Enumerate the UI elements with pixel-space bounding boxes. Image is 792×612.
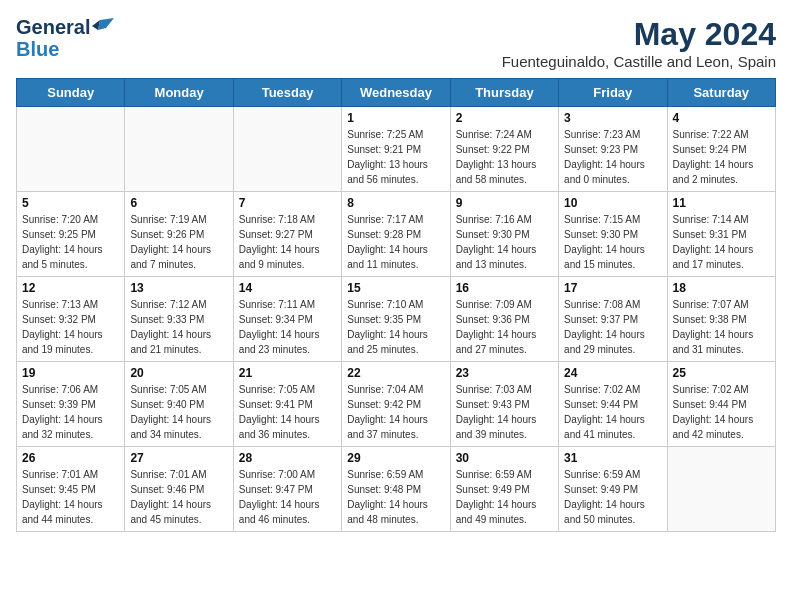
calendar-cell: 20Sunrise: 7:05 AM Sunset: 9:40 PM Dayli… [125,362,233,447]
calendar-cell: 2Sunrise: 7:24 AM Sunset: 9:22 PM Daylig… [450,107,558,192]
calendar-cell [125,107,233,192]
day-number: 1 [347,111,444,125]
day-info: Sunrise: 6:59 AM Sunset: 9:49 PM Dayligh… [456,467,553,527]
day-number: 20 [130,366,227,380]
calendar-cell: 22Sunrise: 7:04 AM Sunset: 9:42 PM Dayli… [342,362,450,447]
day-info: Sunrise: 7:15 AM Sunset: 9:30 PM Dayligh… [564,212,661,272]
day-number: 5 [22,196,119,210]
logo-blue: Blue [16,38,59,60]
weekday-header-row: SundayMondayTuesdayWednesdayThursdayFrid… [17,79,776,107]
calendar-cell: 5Sunrise: 7:20 AM Sunset: 9:25 PM Daylig… [17,192,125,277]
weekday-header-friday: Friday [559,79,667,107]
svg-marker-0 [98,18,114,30]
title-section: May 2024 Fuenteguinaldo, Castille and Le… [502,16,776,70]
calendar-week-3: 12Sunrise: 7:13 AM Sunset: 9:32 PM Dayli… [17,277,776,362]
calendar-cell: 13Sunrise: 7:12 AM Sunset: 9:33 PM Dayli… [125,277,233,362]
day-info: Sunrise: 7:10 AM Sunset: 9:35 PM Dayligh… [347,297,444,357]
calendar-week-4: 19Sunrise: 7:06 AM Sunset: 9:39 PM Dayli… [17,362,776,447]
day-info: Sunrise: 7:02 AM Sunset: 9:44 PM Dayligh… [564,382,661,442]
weekday-header-wednesday: Wednesday [342,79,450,107]
day-number: 14 [239,281,336,295]
day-info: Sunrise: 7:02 AM Sunset: 9:44 PM Dayligh… [673,382,770,442]
day-info: Sunrise: 6:59 AM Sunset: 9:49 PM Dayligh… [564,467,661,527]
calendar-cell: 8Sunrise: 7:17 AM Sunset: 9:28 PM Daylig… [342,192,450,277]
day-number: 15 [347,281,444,295]
calendar-cell: 19Sunrise: 7:06 AM Sunset: 9:39 PM Dayli… [17,362,125,447]
logo: General Blue [16,16,114,60]
day-number: 16 [456,281,553,295]
day-number: 29 [347,451,444,465]
weekday-header-tuesday: Tuesday [233,79,341,107]
day-info: Sunrise: 7:17 AM Sunset: 9:28 PM Dayligh… [347,212,444,272]
day-info: Sunrise: 7:03 AM Sunset: 9:43 PM Dayligh… [456,382,553,442]
calendar-cell: 26Sunrise: 7:01 AM Sunset: 9:45 PM Dayli… [17,447,125,532]
calendar-cell: 31Sunrise: 6:59 AM Sunset: 9:49 PM Dayli… [559,447,667,532]
calendar-week-5: 26Sunrise: 7:01 AM Sunset: 9:45 PM Dayli… [17,447,776,532]
day-info: Sunrise: 7:01 AM Sunset: 9:46 PM Dayligh… [130,467,227,527]
weekday-header-monday: Monday [125,79,233,107]
weekday-header-thursday: Thursday [450,79,558,107]
day-number: 21 [239,366,336,380]
calendar-cell: 29Sunrise: 6:59 AM Sunset: 9:48 PM Dayli… [342,447,450,532]
day-info: Sunrise: 6:59 AM Sunset: 9:48 PM Dayligh… [347,467,444,527]
calendar-cell: 23Sunrise: 7:03 AM Sunset: 9:43 PM Dayli… [450,362,558,447]
calendar-cell: 24Sunrise: 7:02 AM Sunset: 9:44 PM Dayli… [559,362,667,447]
logo-bird-icon [92,18,114,36]
day-number: 11 [673,196,770,210]
calendar-cell: 18Sunrise: 7:07 AM Sunset: 9:38 PM Dayli… [667,277,775,362]
day-number: 7 [239,196,336,210]
day-info: Sunrise: 7:05 AM Sunset: 9:40 PM Dayligh… [130,382,227,442]
day-number: 8 [347,196,444,210]
calendar-cell: 27Sunrise: 7:01 AM Sunset: 9:46 PM Dayli… [125,447,233,532]
calendar-cell: 30Sunrise: 6:59 AM Sunset: 9:49 PM Dayli… [450,447,558,532]
day-number: 31 [564,451,661,465]
day-number: 17 [564,281,661,295]
day-info: Sunrise: 7:24 AM Sunset: 9:22 PM Dayligh… [456,127,553,187]
day-number: 13 [130,281,227,295]
day-number: 2 [456,111,553,125]
calendar-cell [17,107,125,192]
calendar-cell: 10Sunrise: 7:15 AM Sunset: 9:30 PM Dayli… [559,192,667,277]
calendar-cell: 16Sunrise: 7:09 AM Sunset: 9:36 PM Dayli… [450,277,558,362]
day-number: 12 [22,281,119,295]
day-info: Sunrise: 7:19 AM Sunset: 9:26 PM Dayligh… [130,212,227,272]
calendar-cell: 4Sunrise: 7:22 AM Sunset: 9:24 PM Daylig… [667,107,775,192]
weekday-header-saturday: Saturday [667,79,775,107]
day-info: Sunrise: 7:13 AM Sunset: 9:32 PM Dayligh… [22,297,119,357]
day-info: Sunrise: 7:06 AM Sunset: 9:39 PM Dayligh… [22,382,119,442]
page-header: General Blue May 2024 Fuenteguinaldo, Ca… [16,16,776,70]
day-number: 4 [673,111,770,125]
calendar-cell [233,107,341,192]
month-title: May 2024 [502,16,776,53]
day-number: 23 [456,366,553,380]
calendar-cell: 3Sunrise: 7:23 AM Sunset: 9:23 PM Daylig… [559,107,667,192]
calendar-cell: 25Sunrise: 7:02 AM Sunset: 9:44 PM Dayli… [667,362,775,447]
day-number: 9 [456,196,553,210]
calendar-cell: 28Sunrise: 7:00 AM Sunset: 9:47 PM Dayli… [233,447,341,532]
calendar-body: 1Sunrise: 7:25 AM Sunset: 9:21 PM Daylig… [17,107,776,532]
day-number: 25 [673,366,770,380]
day-number: 6 [130,196,227,210]
calendar-cell: 9Sunrise: 7:16 AM Sunset: 9:30 PM Daylig… [450,192,558,277]
day-info: Sunrise: 7:20 AM Sunset: 9:25 PM Dayligh… [22,212,119,272]
day-info: Sunrise: 7:00 AM Sunset: 9:47 PM Dayligh… [239,467,336,527]
day-number: 26 [22,451,119,465]
day-info: Sunrise: 7:04 AM Sunset: 9:42 PM Dayligh… [347,382,444,442]
calendar-cell: 11Sunrise: 7:14 AM Sunset: 9:31 PM Dayli… [667,192,775,277]
day-info: Sunrise: 7:09 AM Sunset: 9:36 PM Dayligh… [456,297,553,357]
day-info: Sunrise: 7:07 AM Sunset: 9:38 PM Dayligh… [673,297,770,357]
day-number: 24 [564,366,661,380]
day-info: Sunrise: 7:08 AM Sunset: 9:37 PM Dayligh… [564,297,661,357]
calendar-cell: 1Sunrise: 7:25 AM Sunset: 9:21 PM Daylig… [342,107,450,192]
day-number: 28 [239,451,336,465]
day-number: 10 [564,196,661,210]
day-info: Sunrise: 7:12 AM Sunset: 9:33 PM Dayligh… [130,297,227,357]
calendar-cell: 15Sunrise: 7:10 AM Sunset: 9:35 PM Dayli… [342,277,450,362]
day-number: 19 [22,366,119,380]
day-info: Sunrise: 7:23 AM Sunset: 9:23 PM Dayligh… [564,127,661,187]
calendar-cell [667,447,775,532]
calendar-cell: 7Sunrise: 7:18 AM Sunset: 9:27 PM Daylig… [233,192,341,277]
calendar-table: SundayMondayTuesdayWednesdayThursdayFrid… [16,78,776,532]
day-info: Sunrise: 7:18 AM Sunset: 9:27 PM Dayligh… [239,212,336,272]
day-info: Sunrise: 7:05 AM Sunset: 9:41 PM Dayligh… [239,382,336,442]
